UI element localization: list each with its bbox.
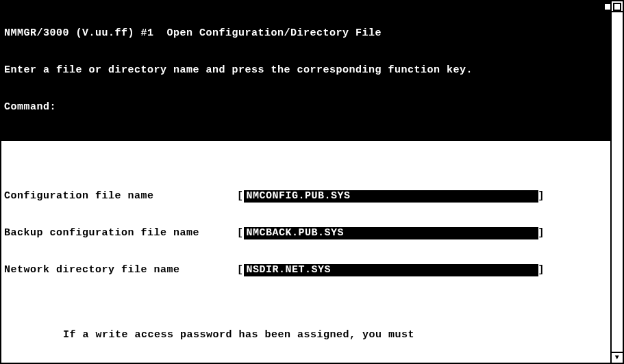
bracket-open: [ [237,190,244,203]
netdir-file-input[interactable]: NSDIR.NET.SYS [244,264,538,276]
backup-file-row: Backup configuration file name [NMCBACK.… [4,227,608,239]
note-line-1: If a write access password has been assi… [63,328,608,342]
main-row: NMMGR/3000 (V.uu.ff) #1 Open Configurati… [1,1,623,363]
password-note: If a write access password has been assi… [63,301,608,363]
bracket-close: ] [538,264,545,276]
header-prompt: Enter a file or directory name and press… [4,64,608,77]
header-title: NMMGR/3000 (V.uu.ff) #1 Open Configurati… [4,27,608,40]
backup-file-label: Backup configuration file name [4,227,237,239]
config-file-label: Configuration file name [4,190,237,203]
scroll-down-icon[interactable]: ▼ [612,352,623,363]
window-control-minimize[interactable] [603,3,612,11]
screen-header: NMMGR/3000 (V.uu.ff) #1 Open Configurati… [1,1,610,141]
window-controls [602,1,623,12]
config-file-row: Configuration file name [NMCONFIG.PUB.SY… [4,190,608,203]
window-control-maximize[interactable] [613,3,621,11]
netdir-file-row: Network directory file name [NSDIR.NET.S… [4,264,608,276]
terminal-window: NMMGR/3000 (V.uu.ff) #1 Open Configurati… [0,0,624,364]
vertical-scrollbar[interactable]: ▲ ▼ [610,1,623,363]
content-area: NMMGR/3000 (V.uu.ff) #1 Open Configurati… [1,1,610,363]
bracket-close: ] [538,227,545,239]
command-label[interactable]: Command: [4,101,608,114]
netdir-file-label: Network directory file name [4,264,237,276]
form-body: Configuration file name [NMCONFIG.PUB.SY… [1,141,610,363]
config-file-input[interactable]: NMCONFIG.PUB.SYS [244,190,538,203]
bracket-open: [ [237,227,244,239]
scroll-track[interactable] [612,12,623,352]
bracket-open: [ [237,264,244,276]
bracket-close: ] [538,190,545,203]
backup-file-input[interactable]: NMCBACK.PUB.SYS [244,227,538,239]
